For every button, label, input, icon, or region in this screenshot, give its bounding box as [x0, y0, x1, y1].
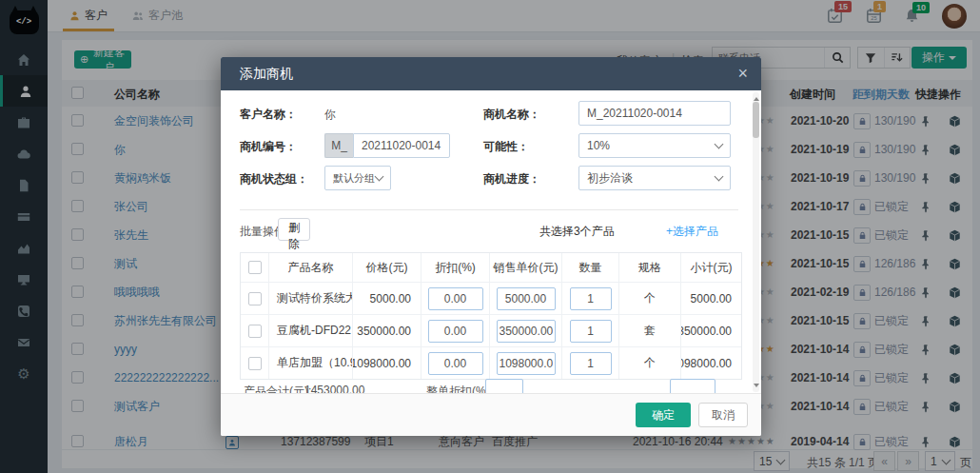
modal-scrollbar[interactable] [753, 92, 759, 392]
product-checkbox[interactable] [248, 357, 262, 370]
scrollbar-thumb[interactable] [753, 102, 759, 138]
col-price: 价格(元) [353, 253, 421, 282]
modal-header: 添加商机 [221, 57, 761, 90]
chevron-down-icon [715, 172, 724, 182]
col-spec: 规格 [619, 253, 681, 282]
discount-input[interactable] [428, 352, 483, 375]
col-product-name: 产品名称 [269, 253, 353, 282]
cancel-button[interactable]: 取消 [698, 403, 748, 427]
product-price: 350000.00 [353, 315, 421, 346]
product-row: 豆腐机-DFD22 350000.00 套 350000.00 [241, 315, 741, 347]
app-window: </> ⚙ [0, 0, 980, 473]
probability-label: 可能性： [483, 139, 529, 155]
opportunity-name-input[interactable] [578, 101, 731, 126]
scroll-up-arrow[interactable] [754, 94, 759, 101]
product-name: 豆腐机-DFD22 [269, 315, 353, 346]
select-all-products-checkbox[interactable] [248, 261, 262, 274]
selected-count: 共选择3个产品 [539, 224, 615, 240]
chevron-down-icon [375, 172, 384, 182]
col-subtotal: 小计(元) [681, 253, 741, 282]
product-row: 单店加盟（10.9 1098000.00 个 1098000.00 [241, 347, 741, 379]
opportunity-code-label: 商机编号： [240, 139, 297, 155]
customer-name-label: 客户名称： [240, 107, 297, 123]
product-price: 5000.00 [353, 283, 421, 314]
unit-price-input[interactable] [497, 320, 556, 343]
opportunity-name-label: 商机名称： [483, 107, 540, 123]
unit-price-input[interactable] [497, 287, 556, 310]
add-product-link[interactable]: +选择产品 [666, 224, 718, 240]
product-checkbox[interactable] [248, 325, 262, 338]
product-spec: 套 [619, 315, 681, 346]
modal-footer: 确定 取消 [221, 393, 761, 436]
product-table: 产品名称 价格(元) 折扣(%) 销售单价(元) 数量 规格 小计(元) 测试特… [240, 252, 742, 380]
product-spec: 个 [619, 283, 681, 314]
col-unit-price: 销售单价(元) [490, 253, 562, 282]
stage-label: 商机进度： [483, 171, 540, 187]
quantity-input[interactable] [570, 320, 612, 343]
stage-select[interactable]: 初步洽谈 [578, 166, 731, 190]
section-divider [240, 209, 738, 210]
modal-body: 客户名称： 你 商机名称： 商机编号： M_ 可能性： 10% 商机状态组： 默… [221, 90, 761, 394]
delete-button[interactable]: 删除 [278, 218, 310, 241]
status-group-select[interactable]: 默认分组 [324, 166, 391, 190]
unit-price-input[interactable] [497, 352, 556, 375]
add-opportunity-modal: 添加商机 × 客户名称： 你 商机名称： 商机编号： M_ 可能性： 10% 商… [221, 57, 761, 436]
probability-select[interactable]: 10% [578, 133, 731, 158]
totals-row: 产品合计(元): 1453000.00 整单折扣(%): [240, 379, 738, 394]
product-subtotal: 1098000.00 [681, 347, 741, 379]
product-table-header: 产品名称 价格(元) 折扣(%) 销售单价(元) 数量 规格 小计(元) [241, 253, 741, 283]
product-subtotal: 350000.00 [681, 315, 741, 346]
product-price: 1098000.00 [353, 347, 421, 379]
quantity-input[interactable] [570, 287, 612, 310]
product-spec: 个 [619, 347, 681, 379]
order-discount-input[interactable] [485, 379, 523, 394]
modal-title: 添加商机 [240, 66, 293, 83]
status-group-label: 商机状态组： [240, 171, 308, 187]
chevron-down-icon [715, 140, 724, 149]
scroll-down-arrow[interactable] [754, 384, 759, 390]
opportunity-code-input[interactable] [353, 133, 450, 158]
quantity-input[interactable] [570, 352, 612, 375]
product-row: 测试特价系统大 5000.00 个 5000.00 [241, 283, 741, 315]
product-name: 测试特价系统大 [269, 283, 353, 314]
close-icon[interactable]: × [737, 63, 748, 84]
col-qty: 数量 [562, 253, 619, 282]
discounted-total-input[interactable] [670, 379, 715, 394]
discount-input[interactable] [428, 287, 483, 310]
code-prefix: M_ [324, 133, 353, 158]
product-name: 单店加盟（10.9 [269, 347, 353, 379]
customer-name-value: 你 [324, 107, 336, 123]
discount-input[interactable] [428, 320, 483, 343]
confirm-button[interactable]: 确定 [636, 403, 691, 427]
product-checkbox[interactable] [248, 292, 262, 305]
col-discount: 折扣(%) [421, 253, 490, 282]
product-subtotal: 5000.00 [681, 283, 741, 314]
